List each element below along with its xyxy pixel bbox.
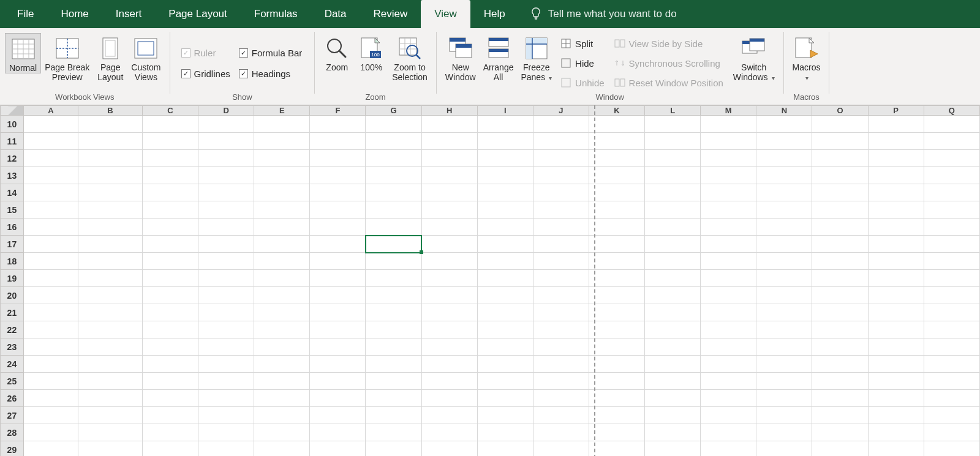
cell[interactable] [533, 253, 589, 270]
cell[interactable] [868, 184, 924, 201]
cell[interactable] [78, 184, 142, 201]
cell[interactable] [589, 150, 644, 167]
cell[interactable] [701, 133, 756, 150]
cell[interactable] [589, 287, 644, 304]
column-header[interactable]: N [756, 106, 812, 116]
cell[interactable] [198, 304, 254, 321]
cell[interactable] [533, 201, 589, 219]
cell[interactable] [812, 338, 868, 356]
cell[interactable] [701, 304, 756, 321]
cell[interactable] [23, 236, 78, 253]
cell[interactable] [421, 407, 477, 424]
cell[interactable] [645, 304, 701, 321]
cell[interactable] [533, 184, 589, 201]
cell[interactable] [78, 150, 142, 167]
cell[interactable] [23, 184, 78, 201]
cell[interactable] [589, 219, 644, 236]
cell[interactable] [421, 390, 477, 407]
freeze-panes-button[interactable]: Freeze Panes ▾ [517, 33, 556, 82]
cell[interactable] [756, 270, 812, 287]
cell[interactable] [254, 356, 310, 373]
cell[interactable] [142, 441, 198, 457]
cell[interactable] [477, 373, 533, 390]
cell[interactable] [589, 424, 644, 441]
cell[interactable] [421, 236, 477, 253]
tab-formulas[interactable]: Formulas [241, 0, 311, 28]
split-button[interactable]: Split [558, 34, 607, 53]
tell-me-search[interactable]: Tell me what you want to do [530, 7, 677, 21]
cell[interactable] [78, 167, 142, 184]
cell[interactable] [78, 356, 142, 373]
cell[interactable] [421, 287, 477, 304]
cell[interactable] [254, 150, 310, 167]
cell[interactable] [533, 133, 589, 150]
cell[interactable] [23, 287, 78, 304]
cell[interactable] [142, 167, 198, 184]
cell[interactable] [23, 270, 78, 287]
cell[interactable] [142, 373, 198, 390]
tab-data[interactable]: Data [311, 0, 360, 28]
cell[interactable] [198, 373, 254, 390]
tab-home[interactable]: Home [47, 0, 102, 28]
cell[interactable] [421, 338, 477, 356]
tab-review[interactable]: Review [360, 0, 421, 28]
cell[interactable] [533, 287, 589, 304]
custom-views-button[interactable]: Custom Views [127, 33, 164, 82]
column-header[interactable]: L [645, 106, 701, 116]
row-header[interactable]: 18 [1, 253, 24, 270]
cell[interactable] [812, 390, 868, 407]
cell[interactable] [645, 270, 701, 287]
cell[interactable] [477, 287, 533, 304]
cell[interactable] [756, 184, 812, 201]
column-header[interactable]: I [477, 106, 533, 116]
row-header[interactable]: 21 [1, 304, 24, 321]
cell[interactable] [254, 321, 310, 338]
cell[interactable] [533, 219, 589, 236]
cell[interactable] [701, 287, 756, 304]
cell[interactable] [701, 167, 756, 184]
cell[interactable] [142, 407, 198, 424]
cell[interactable] [477, 167, 533, 184]
cell[interactable] [254, 201, 310, 219]
cell[interactable] [366, 253, 421, 270]
tab-help[interactable]: Help [470, 0, 519, 28]
cell[interactable] [701, 184, 756, 201]
cell[interactable] [589, 133, 644, 150]
cell[interactable] [310, 356, 366, 373]
cell[interactable] [421, 373, 477, 390]
cell[interactable] [78, 236, 142, 253]
cell[interactable] [310, 407, 366, 424]
cell[interactable] [701, 201, 756, 219]
cell[interactable] [533, 390, 589, 407]
cell[interactable] [23, 219, 78, 236]
cell[interactable] [310, 424, 366, 441]
cell[interactable] [812, 407, 868, 424]
cell[interactable] [366, 441, 421, 457]
cell[interactable] [198, 236, 254, 253]
cell[interactable] [645, 356, 701, 373]
cell[interactable] [533, 167, 589, 184]
cell[interactable] [701, 424, 756, 441]
cell[interactable] [366, 201, 421, 219]
cell[interactable] [477, 321, 533, 338]
cell[interactable] [645, 184, 701, 201]
cell[interactable] [589, 407, 644, 424]
cell[interactable] [868, 270, 924, 287]
cell[interactable] [645, 253, 701, 270]
row-header[interactable]: 17 [1, 236, 24, 253]
cell[interactable] [924, 304, 979, 321]
cell[interactable] [533, 150, 589, 167]
spreadsheet-area[interactable]: ABCDEFGHIJKLMNOPQ10111213141516171819202… [0, 105, 980, 456]
cell[interactable] [533, 116, 589, 133]
cell[interactable] [812, 424, 868, 441]
cell[interactable] [477, 253, 533, 270]
cell[interactable] [589, 270, 644, 287]
cell[interactable] [645, 390, 701, 407]
cell[interactable] [924, 441, 979, 457]
cell[interactable] [198, 356, 254, 373]
cell[interactable] [812, 253, 868, 270]
cell[interactable] [924, 133, 979, 150]
cell[interactable] [645, 219, 701, 236]
row-header[interactable]: 29 [1, 441, 24, 457]
cell[interactable] [310, 184, 366, 201]
